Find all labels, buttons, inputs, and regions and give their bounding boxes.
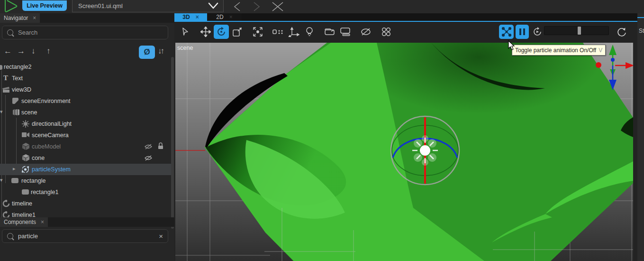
states-panel-title: Sta <box>639 28 644 34</box>
tab-2d[interactable]: 2D × <box>207 13 242 21</box>
reset-view-button[interactable] <box>614 25 629 39</box>
expander-right-icon[interactable]: ▸ <box>13 166 16 172</box>
select-cursor-icon <box>181 27 190 37</box>
view3d-icon <box>2 86 10 93</box>
tree-row-rectangle1[interactable]: rectangle1 <box>0 186 171 198</box>
rotate-icon <box>216 27 227 37</box>
move-icon <box>200 27 211 37</box>
visibility-override-button[interactable] <box>358 25 373 39</box>
components-search-input[interactable]: particle × <box>2 229 168 243</box>
scale-icon <box>232 27 243 37</box>
chevron-down-icon <box>207 2 219 10</box>
tooltip: Toggle particle animation On/Off V <box>512 45 606 56</box>
navigator-tab-bar: Navigator × <box>0 13 175 23</box>
scene-environment-icon <box>12 97 19 104</box>
navigator-search-input[interactable]: Search <box>2 26 168 39</box>
tree-row-cubemodel[interactable]: cubeModel <box>0 141 171 152</box>
camera-mode-button[interactable] <box>322 25 337 39</box>
camera-icon <box>22 131 29 138</box>
close-2d-tab-icon[interactable]: × <box>229 14 233 20</box>
fit-to-view-icon <box>253 27 263 37</box>
timeline-icon <box>2 200 10 207</box>
top-bar: Live Preview Screen01.ui.qml <box>0 0 644 14</box>
tree-row-view3d[interactable]: view3D <box>0 84 171 95</box>
search-icon <box>7 29 13 36</box>
states-tab-underline <box>637 17 644 18</box>
viewport-toolbar <box>174 22 637 43</box>
scale-tool-button[interactable] <box>230 25 245 39</box>
navigator-scrollbar[interactable] <box>171 57 174 229</box>
rotate-tool-button[interactable] <box>214 25 229 39</box>
back-icon[interactable] <box>232 2 243 11</box>
tree-row-rectangle[interactable]: ▾ rectangle <box>0 175 171 186</box>
current-file-name: Screen01.ui.qml <box>73 2 207 9</box>
particles-icon <box>381 27 391 37</box>
lock-icon[interactable] <box>158 142 163 149</box>
tree-row-cone[interactable]: cone <box>0 152 171 164</box>
scene-render <box>175 43 633 261</box>
tree-row-scenecamera[interactable]: sceneCamera <box>0 130 171 141</box>
live-preview-button[interactable]: Live Preview <box>22 0 67 11</box>
tree-row-sceneenvironment[interactable]: sceneEnvironment <box>0 95 171 107</box>
3d-scene-canvas[interactable]: scene <box>175 43 633 261</box>
particle-animation-icon <box>501 27 512 37</box>
tree-row-directionallight[interactable]: directionalLight <box>0 118 171 130</box>
move-right-button[interactable]: → <box>17 47 25 56</box>
tab-3d[interactable]: 3D × <box>174 13 207 21</box>
timeline-icon <box>2 211 10 217</box>
show-only-visible-button[interactable]: Ø <box>139 46 155 59</box>
move-down-button[interactable]: ↓ <box>31 47 36 56</box>
move-tool-button[interactable] <box>198 25 213 39</box>
particle-system-icon <box>21 166 29 173</box>
pause-particle-button[interactable] <box>516 25 529 39</box>
mouse-cursor <box>508 40 516 51</box>
tree-row-timeline1[interactable]: timeline1 <box>0 209 171 217</box>
snap-toggle-button[interactable] <box>271 25 286 39</box>
fit-selected-button[interactable] <box>250 25 265 39</box>
tree-row-scene[interactable]: ▾ scene <box>0 107 171 118</box>
tree-row-timeline[interactable]: timeline <box>0 198 171 209</box>
current-file-dropdown[interactable]: Screen01.ui.qml <box>72 0 224 12</box>
directional-light-icon <box>22 120 29 128</box>
select-tool-button[interactable] <box>178 25 193 39</box>
move-up-button[interactable]: ↑ <box>46 47 51 56</box>
camera-view-icon <box>340 28 351 36</box>
reverse-order-icon[interactable]: ↓↑ <box>158 47 163 56</box>
loop-play-icon <box>532 26 543 37</box>
cube-icon <box>22 143 29 150</box>
snap-icon <box>272 28 284 36</box>
toggle-particle-animation-button[interactable] <box>499 25 514 39</box>
particle-emitter-icon <box>412 135 438 166</box>
tooltip-shortcut: V <box>599 47 602 54</box>
close-document-icon[interactable] <box>271 1 285 12</box>
clear-search-icon[interactable]: × <box>159 232 163 240</box>
camera-view-button[interactable] <box>338 25 353 39</box>
tab-components[interactable]: Components × <box>0 217 48 227</box>
slider-handle[interactable] <box>578 27 581 35</box>
close-navigator-icon[interactable]: × <box>33 15 36 21</box>
tree-row-rectangle2[interactable]: rectangle2 <box>0 61 171 73</box>
run-project-icon[interactable] <box>4 0 18 13</box>
tree-row-particlesystem[interactable]: ▸ particleSystem <box>0 164 171 175</box>
particles-play-button[interactable] <box>379 25 394 39</box>
viewport-tab-bar: 3D × 2D × <box>174 13 637 21</box>
navigator-search-placeholder: Search <box>18 29 168 36</box>
move-left-button[interactable]: ← <box>4 47 12 56</box>
expander-down-icon[interactable]: ▾ <box>0 177 3 183</box>
reset-icon <box>617 27 627 37</box>
forward-icon[interactable] <box>251 2 262 11</box>
left-panel-column: Navigator × Search ← → ↓ ↑ Ø ↓↑ rectangl… <box>0 13 175 261</box>
expander-down-icon[interactable]: ▾ <box>0 109 3 115</box>
tree-row-text[interactable]: T Text <box>0 73 171 84</box>
eye-off-icon[interactable] <box>145 144 152 150</box>
states-panel-clipped: Sta <box>637 13 644 261</box>
particle-speed-slider[interactable] <box>544 26 609 35</box>
close-components-icon[interactable]: × <box>41 219 44 225</box>
tab-navigator[interactable]: Navigator × <box>0 13 40 23</box>
orientation-toggle-button[interactable] <box>286 25 301 39</box>
close-3d-tab-icon[interactable]: × <box>196 14 199 20</box>
perspective-camera-icon <box>324 28 336 36</box>
edit-light-button[interactable] <box>302 25 317 39</box>
restart-particles-button[interactable] <box>531 25 544 39</box>
eye-off-icon[interactable] <box>145 155 152 161</box>
